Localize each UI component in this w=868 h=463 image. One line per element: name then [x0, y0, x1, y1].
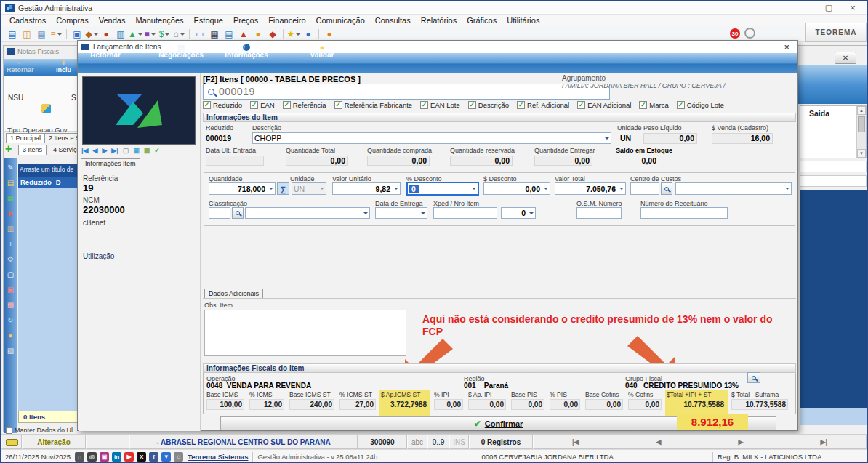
- menu-item[interactable]: Utilitários: [502, 15, 544, 25]
- filter-checkbox[interactable]: ✓ EAN Adicional: [577, 101, 631, 109]
- valor-unitario-combo[interactable]: 9,82: [332, 182, 401, 195]
- filter-checkbox[interactable]: ✓ EAN Lote: [420, 101, 460, 109]
- monitor-icon[interactable]: ▭: [193, 28, 207, 40]
- chevron-down-icon[interactable]: [603, 133, 611, 143]
- fiscal-search-button[interactable]: [747, 372, 760, 383]
- doc-icon[interactable]: ▢: [123, 147, 129, 154]
- briefcase-icon[interactable]: ■: [142, 28, 157, 40]
- data-entrega-combo[interactable]: [375, 207, 427, 219]
- instagram-icon[interactable]: ▣: [100, 452, 109, 462]
- menu-item[interactable]: Comunicação: [311, 15, 370, 25]
- filter-checkbox[interactable]: ✓ EAN: [250, 101, 275, 109]
- refresh-icon[interactable]: ↻: [7, 317, 13, 324]
- minimize-button[interactable]: –: [795, 2, 815, 14]
- nav-prev-icon[interactable]: ◀: [656, 438, 662, 446]
- add-item-icon[interactable]: +: [5, 143, 12, 155]
- delete-icon[interactable]: ✖: [7, 210, 13, 217]
- separator[interactable]: [318, 29, 319, 39]
- chevron-down-icon[interactable]: [470, 183, 478, 194]
- centro-custos-combo[interactable]: [675, 182, 792, 195]
- grid-icon[interactable]: ▩: [7, 302, 14, 309]
- filter-checkbox[interactable]: ✓ Marca: [639, 101, 668, 109]
- info-icon[interactable]: ●: [301, 28, 316, 40]
- maximize-button[interactable]: ▢: [819, 2, 839, 14]
- quantidade-combo[interactable]: 718,000: [209, 182, 276, 195]
- info-icon[interactable]: i: [9, 241, 11, 248]
- grid-body[interactable]: [18, 188, 78, 411]
- notas-retornar-button[interactable]: ↶ Retornar: [7, 60, 34, 73]
- centro-custos-field[interactable]: . .: [630, 182, 659, 195]
- form-icon[interactable]: ▤: [7, 180, 14, 187]
- classificacao-combo[interactable]: [245, 207, 370, 219]
- book-icon[interactable]: ▥: [7, 225, 14, 233]
- last-record-icon[interactable]: ▶|: [111, 147, 118, 154]
- copy-icon[interactable]: ▧: [7, 347, 14, 355]
- tab-dados-adicionais[interactable]: Dados Adicionais: [204, 289, 263, 299]
- card-icon[interactable]: ▦: [34, 28, 49, 40]
- filter-checkbox[interactable]: ✓ Reduzido: [203, 101, 242, 109]
- prev-record-icon[interactable]: ◀: [92, 147, 97, 154]
- youtube-icon[interactable]: ▶: [124, 452, 134, 462]
- menu-item[interactable]: Vendas: [94, 15, 131, 25]
- edit-icon[interactable]: ✎: [7, 164, 13, 172]
- user-icon[interactable]: ●: [8, 332, 12, 339]
- menu-item[interactable]: Compras: [51, 15, 94, 25]
- retornar-button[interactable]: ↶ Retornar: [84, 41, 127, 60]
- person-icon[interactable]: ●: [99, 28, 113, 40]
- chart-icon[interactable]: ▲: [236, 28, 251, 40]
- chevron-down-icon[interactable]: [783, 183, 791, 194]
- at-icon[interactable]: @: [87, 452, 97, 462]
- contact-icon[interactable]: ◆: [265, 28, 280, 40]
- filter-icon[interactable]: ▼: [161, 452, 171, 462]
- sum-button[interactable]: ∑: [277, 182, 289, 195]
- close-button[interactable]: ×: [843, 2, 863, 14]
- hat-icon[interactable]: ⌂: [174, 452, 183, 462]
- star-icon[interactable]: ★: [286, 28, 301, 40]
- scroll-thumb[interactable]: [858, 116, 865, 132]
- building-icon[interactable]: ⌂: [172, 28, 186, 40]
- tab-principal[interactable]: 1 Principal: [6, 133, 45, 143]
- osm-field[interactable]: [576, 207, 622, 219]
- xped-field[interactable]: [433, 207, 497, 219]
- clients-icon[interactable]: ◫: [20, 28, 34, 40]
- clock-icon[interactable]: ●: [322, 28, 337, 40]
- first-record-icon[interactable]: |◀: [81, 147, 88, 154]
- nro-item-combo[interactable]: 0: [501, 207, 536, 219]
- chart-icon[interactable]: ▦: [7, 195, 14, 202]
- manter-dados-checkbox[interactable]: Manter Dados do Úl: [6, 427, 79, 434]
- tab-informacoes-item[interactable]: Informações Item: [81, 158, 140, 169]
- item-search-input[interactable]: 000019: [203, 84, 610, 100]
- menu-item[interactable]: Relatórios: [416, 15, 462, 25]
- separator[interactable]: [66, 29, 67, 39]
- red-book-icon[interactable]: ▣: [7, 286, 14, 294]
- hierarchy-icon[interactable]: ≡: [49, 28, 63, 40]
- document-icon[interactable]: ▤: [5, 28, 20, 40]
- filter-checkbox[interactable]: ✓ Código Lote: [677, 101, 724, 109]
- chevron-down-icon[interactable]: [392, 183, 400, 194]
- nav-first-icon[interactable]: |◀: [572, 438, 579, 446]
- desconto-combo[interactable]: 0,00: [483, 182, 550, 195]
- scrollbar[interactable]: ▲ ▼: [856, 106, 866, 158]
- obs-item-textarea[interactable]: [204, 310, 406, 356]
- chevron-down-icon[interactable]: [542, 183, 550, 194]
- child-close-button[interactable]: ✕: [835, 52, 856, 64]
- purchases-icon[interactable]: ◆: [84, 28, 99, 40]
- tab-itens-servicos[interactable]: 2 Itens e S: [44, 133, 78, 143]
- menu-item[interactable]: Gráficos: [462, 15, 502, 25]
- separator[interactable]: [283, 29, 284, 39]
- menu-item[interactable]: Preços: [228, 15, 263, 25]
- nav-last-icon[interactable]: ▶|: [821, 438, 827, 446]
- menu-item[interactable]: Consultas: [370, 15, 416, 25]
- x-icon[interactable]: X: [137, 452, 146, 462]
- calendar-icon[interactable]: ▤: [222, 28, 236, 40]
- filter-checkbox[interactable]: ✓ Descrição: [468, 101, 509, 109]
- valor-total-combo[interactable]: 7.050,76: [555, 182, 626, 195]
- chevron-down-icon[interactable]: [527, 208, 535, 218]
- chevron-down-icon[interactable]: [267, 183, 275, 194]
- separator[interactable]: [189, 29, 190, 39]
- scroll-down-icon[interactable]: ▼: [857, 149, 866, 158]
- pct-desconto-combo[interactable]: 0: [406, 182, 479, 196]
- validar-button[interactable]: ● Validar: [300, 41, 344, 60]
- notification-badge[interactable]: 30: [730, 28, 740, 39]
- descricao-combo[interactable]: CHOPP: [252, 132, 611, 144]
